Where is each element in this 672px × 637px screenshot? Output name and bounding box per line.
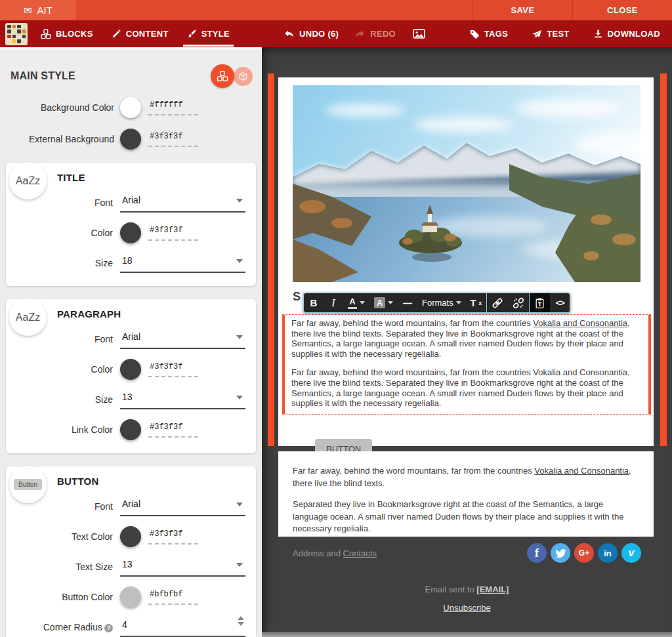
corner-radius-label: Corner Radius? (16, 622, 120, 632)
twitter-icon[interactable] (551, 543, 570, 563)
vokalia-link[interactable]: Vokalia and Consonantia (534, 466, 629, 476)
tab-style[interactable]: STYLE (187, 20, 230, 47)
paragraph-color-label: Color (16, 364, 120, 375)
paragraph-link-color-label: Link Color (16, 424, 120, 435)
app-logo[interactable] (5, 23, 28, 45)
tab-blocks[interactable]: BLOCKS (41, 20, 93, 47)
italic-button[interactable]: I (324, 293, 343, 312)
single-block-mode-button[interactable] (234, 67, 253, 86)
paragraph-2: Far far away, behind the word mountains,… (291, 367, 642, 408)
app-brand[interactable]: ✉ AIT (0, 0, 76, 20)
button-color-swatch[interactable] (120, 586, 141, 607)
button-text-size-select[interactable]: 13 (120, 557, 245, 577)
horizontal-rule-button[interactable]: — (398, 293, 417, 312)
title-preview-badge: AaZz (9, 162, 47, 199)
button-color-hex-input[interactable]: #bfbfbf (148, 589, 198, 605)
text-editor-toolbar: B I A A — Formats Tx <> (303, 293, 570, 313)
external-background-swatch[interactable] (120, 129, 141, 150)
paragraph-link-color-swatch[interactable] (120, 419, 141, 440)
google-plus-icon[interactable]: G+ (574, 543, 594, 563)
vokalia-link[interactable]: Vokalia and Consonantia (533, 318, 627, 328)
stepper-down-icon[interactable] (238, 622, 244, 626)
download-label: DOWNLOAD (608, 29, 660, 39)
email-token-link[interactable]: [EMAIL] (476, 585, 509, 594)
undo-button[interactable]: UNDO (6) (284, 20, 339, 47)
email-hero-image[interactable] (293, 85, 640, 282)
unsubscribe-link[interactable]: Unsubscribe (443, 603, 490, 613)
paragraph-color-hex-input[interactable]: #3f3f3f (148, 361, 198, 377)
email-block-text[interactable]: Far far away, behind the word mountains,… (278, 451, 654, 537)
top-bar: ✉ AIT SAVE CLOSE (0, 0, 672, 20)
chevron-down-icon (236, 199, 243, 203)
formats-dropdown[interactable]: Formats (417, 293, 466, 312)
chevron-down-icon (236, 503, 243, 506)
tag-icon (469, 29, 480, 39)
linkedin-icon[interactable]: in (598, 543, 618, 563)
undo-icon (284, 28, 295, 39)
background-color-swatch[interactable] (120, 97, 141, 118)
all-blocks-mode-button[interactable] (211, 64, 234, 88)
source-code-button[interactable]: <> (550, 293, 570, 312)
chevron-down-icon (236, 563, 243, 567)
redo-button[interactable]: REDO (354, 20, 396, 47)
button-text-color-swatch[interactable] (120, 526, 141, 547)
unsubscribe-line: Unsubscribe (262, 603, 672, 613)
background-color-button[interactable]: A (369, 293, 398, 312)
save-button[interactable]: SAVE (472, 0, 572, 20)
text-color-button[interactable]: A (343, 293, 369, 312)
button-card-heading: BUTTON (57, 476, 245, 487)
tags-button[interactable]: TAGS (469, 20, 508, 47)
vimeo-icon[interactable]: v (621, 543, 641, 563)
chevron-down-icon[interactable] (360, 301, 365, 304)
download-button[interactable]: DOWNLOAD (593, 20, 660, 47)
button-font-select[interactable]: Arial (120, 497, 245, 516)
link-icon (492, 297, 503, 309)
insert-link-button[interactable] (487, 293, 508, 312)
button-preview-badge: Button (9, 466, 47, 503)
images-button[interactable] (413, 20, 425, 47)
corner-radius-input[interactable]: 4 (120, 617, 245, 637)
chevron-down-icon[interactable] (388, 301, 393, 304)
image-icon (413, 28, 425, 39)
paragraph-color-swatch[interactable] (120, 359, 141, 380)
test-button[interactable]: TEST (532, 20, 569, 47)
download-icon (593, 29, 603, 39)
brush-icon (187, 29, 197, 39)
title-font-select[interactable]: Arial (120, 193, 245, 213)
background-color-hex-input[interactable]: #ffffff (148, 100, 198, 115)
button-preview-mini: Button (14, 479, 42, 490)
close-button[interactable]: CLOSE (572, 0, 672, 20)
editable-paragraph-region[interactable]: Far far away, behind the word mountains,… (282, 314, 651, 415)
title-color-hex-input[interactable]: #3f3f3f (148, 225, 198, 241)
paste-as-text-button[interactable] (530, 293, 550, 312)
paragraph-font-select[interactable]: Arial (120, 329, 245, 349)
title-color-label: Color (16, 228, 120, 238)
paragraph-preview-badge: AaZz (9, 298, 47, 336)
formats-label: Formats (422, 298, 453, 308)
envelope-icon: ✉ (24, 5, 32, 15)
stepper-up-icon[interactable] (238, 616, 244, 620)
contacts-link[interactable]: Contacts (343, 548, 377, 558)
button-text-size-label: Text Size (16, 562, 120, 572)
external-background-row: External Background #3f3f3f (0, 129, 262, 150)
corner-radius-label-text: Corner Radius (43, 622, 102, 632)
title-size-select[interactable]: 18 (120, 253, 245, 273)
remove-link-button[interactable] (508, 293, 529, 312)
external-background-hex-input[interactable]: #3f3f3f (148, 131, 198, 147)
title-color-swatch[interactable] (120, 222, 141, 243)
clear-formatting-button[interactable]: Tx (466, 293, 487, 312)
facebook-icon[interactable]: f (527, 543, 547, 563)
undo-label: UNDO (6) (299, 29, 339, 39)
chevron-down-icon (236, 335, 243, 339)
selection-bar-left (268, 73, 274, 446)
help-icon[interactable]: ? (104, 624, 113, 632)
button-text-color-hex-input[interactable]: #3f3f3f (148, 529, 198, 545)
topbar-spacer (76, 0, 472, 20)
paragraph-link-color-hex-input[interactable]: #3f3f3f (148, 422, 198, 438)
tab-content[interactable]: CONTENT (112, 20, 169, 47)
corner-radius-stepper[interactable] (238, 616, 244, 626)
paragraph-size-select[interactable]: 13 (120, 390, 245, 409)
button-style-card: Button BUTTON Font Arial Text Color #3f3… (6, 466, 256, 637)
editor-nav-bar: BLOCKS CONTENT STYLE UNDO (6) REDO TAGS … (0, 20, 672, 47)
bold-button[interactable]: B (304, 293, 324, 312)
